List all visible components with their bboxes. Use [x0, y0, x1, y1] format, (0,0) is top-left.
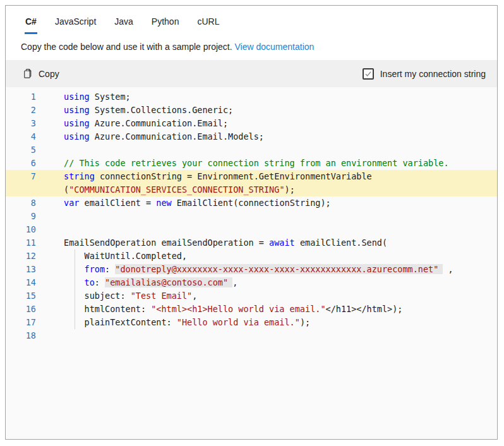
line-number: 4: [6, 130, 36, 143]
line-number: 11: [6, 236, 36, 250]
line-number: 14: [6, 276, 36, 289]
description: Copy the code below and use it with a sa…: [6, 34, 497, 60]
code-text-row: WaitUntil.Completed,: [64, 250, 187, 263]
line-number: 16: [6, 303, 36, 316]
code-line: 7string connectionString = Environment.G…: [6, 170, 497, 196]
tab-java[interactable]: Java: [114, 15, 134, 34]
code-sample-panel: C#JavaScriptJavaPythoncURL Copy the code…: [5, 5, 498, 440]
code-text-row: string connectionString = Environment.Ge…: [64, 170, 372, 183]
code-text-row: using Azure.Communication.Email.Models;: [64, 130, 264, 143]
code-text-row: from: "donotreply@xxxxxxxx-xxxx-xxxx-xxx…: [64, 263, 453, 276]
code-line: 3using Azure.Communication.Email;: [6, 117, 497, 130]
line-number: 5: [6, 143, 36, 157]
code-line: 8var emailClient = new EmailClient(conne…: [6, 196, 497, 210]
copy-icon: [22, 68, 33, 79]
tab-javascript[interactable]: JavaScript: [54, 15, 97, 34]
code-line: 14 to: "emailalias@contoso.com",: [6, 276, 497, 289]
line-number: 2: [6, 104, 36, 117]
line-number: 10: [6, 223, 36, 236]
insert-connection-string-toggle[interactable]: Insert my connection string: [363, 68, 486, 80]
code-line: 4using Azure.Communication.Email.Models;: [6, 130, 497, 143]
line-number: 17: [6, 316, 36, 329]
line-number: 8: [6, 196, 36, 210]
line-number: 9: [6, 210, 36, 223]
code-text-row: plainTextContent: "Hello world via email…: [64, 316, 310, 329]
code-line: 13 from: "donotreply@xxxxxxxx-xxxx-xxxx-…: [6, 263, 497, 276]
line-number: 12: [6, 250, 36, 263]
code-text-row: using Azure.Communication.Email;: [64, 117, 228, 130]
code-text-row: subject: "Test Email",: [64, 289, 197, 303]
code-text-row: to: "emailalias@contoso.com",: [64, 276, 237, 289]
copy-button-label: Copy: [39, 69, 59, 79]
line-number: 3: [6, 117, 36, 130]
tab-c[interactable]: C#: [25, 15, 37, 34]
code-text-row: htmlContent: "<html><h1>Hello world via …: [64, 303, 402, 316]
code-line: 9: [6, 210, 497, 223]
code-line: 18: [6, 329, 497, 342]
tab-curl[interactable]: cURL: [196, 15, 220, 34]
insert-connection-string-label: Insert my connection string: [380, 69, 486, 79]
code-editor[interactable]: 1using System;2using System.Collections.…: [6, 87, 497, 439]
code-text-row: var emailClient = new EmailClient(connec…: [64, 196, 331, 210]
code-line: 11EmailSendOperation emailSendOperation …: [6, 236, 497, 250]
line-number: 13: [6, 263, 36, 276]
code-line: 15 subject: "Test Email",: [6, 289, 497, 303]
code-text-row: using System.Collections.Generic;: [64, 104, 233, 117]
code-line: 1using System;: [6, 90, 497, 104]
code-text-row: using System;: [64, 90, 131, 104]
copy-button[interactable]: Copy: [22, 68, 59, 79]
tab-list: C#JavaScriptJavaPythoncURL: [6, 6, 497, 34]
line-number: 7: [6, 170, 36, 196]
code-line: 6// This code retrieves your connection …: [6, 157, 497, 170]
code-toolbar: Copy Insert my connection string: [6, 60, 497, 87]
code-line: 10: [6, 223, 497, 236]
code-line: 5: [6, 143, 497, 157]
view-documentation-link[interactable]: View documentation: [235, 42, 315, 52]
code-line: 16 htmlContent: "<html><h1>Hello world v…: [6, 303, 497, 316]
line-number: 1: [6, 90, 36, 104]
code-text-row: // This code retrieves your connection s…: [64, 157, 449, 170]
line-number: 15: [6, 289, 36, 303]
code-text-row: EmailSendOperation emailSendOperation = …: [64, 236, 387, 250]
code-line: 17 plainTextContent: "Hello world via em…: [6, 316, 497, 329]
description-text: Copy the code below and use it with a sa…: [21, 42, 235, 52]
code-line: 2using System.Collections.Generic;: [6, 104, 497, 117]
line-number: 6: [6, 157, 36, 170]
insert-connection-string-checkbox[interactable]: [363, 68, 374, 80]
line-number: 18: [6, 329, 36, 342]
tab-python[interactable]: Python: [151, 15, 180, 34]
code-line: 12 WaitUntil.Completed,: [6, 250, 497, 263]
code-text-row: ("COMMUNICATION_SERVICES_CONNECTION_STRI…: [64, 183, 372, 196]
